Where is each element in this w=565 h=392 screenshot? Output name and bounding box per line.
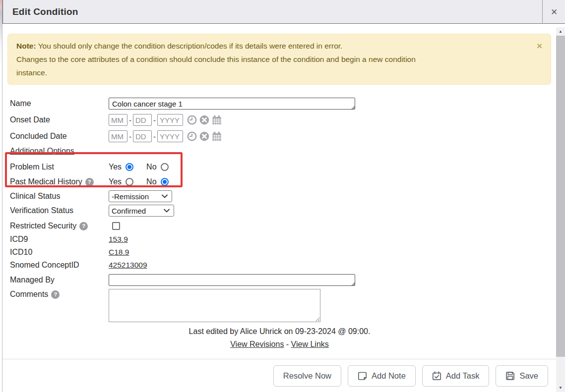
input-grip-icon xyxy=(351,282,355,285)
help-icon[interactable]: ? xyxy=(79,222,88,230)
links-separator: - xyxy=(284,340,291,348)
icd10-code-link[interactable]: C18.9 xyxy=(109,248,129,257)
verification-status-label: Verification Status xyxy=(10,206,109,215)
calendar-task-icon xyxy=(432,371,441,381)
date-separator: - xyxy=(153,132,156,141)
clinical-status-label: Clinical Status xyxy=(10,192,109,201)
pmh-yes-radio[interactable] xyxy=(126,178,133,186)
modal-window: Edit Condition ✕ Note: You should only c… xyxy=(2,0,565,392)
onset-year-input[interactable] xyxy=(157,114,183,126)
add-note-label: Add Note xyxy=(372,371,406,381)
current-time-icon[interactable] xyxy=(187,131,197,141)
problem-list-yes-label: Yes xyxy=(109,163,122,171)
clear-date-icon[interactable] xyxy=(199,131,209,141)
note-line-2: Changes to the core attributes of a cond… xyxy=(16,53,521,66)
managed-by-row: Managed By xyxy=(10,274,557,286)
modal-header: Edit Condition ✕ xyxy=(2,0,565,24)
restricted-security-row: Restricted Security ? xyxy=(10,221,557,231)
scroll-up-arrow-icon[interactable]: ▲ xyxy=(556,27,565,36)
date-separator: - xyxy=(129,132,131,141)
current-time-icon[interactable] xyxy=(187,115,197,125)
onset-day-input[interactable] xyxy=(133,114,152,126)
icd10-row: ICD10 C18.9 xyxy=(10,247,557,257)
problem-list-no-label: No xyxy=(146,163,156,171)
name-row: Name xyxy=(10,98,557,110)
save-button[interactable]: Save xyxy=(496,365,548,387)
add-task-label: Add Task xyxy=(446,371,480,381)
banner-dismiss-icon[interactable]: × xyxy=(537,41,542,51)
pmh-no-label: No xyxy=(146,177,156,186)
action-buttons: Resolve Now Add Note Add Task xyxy=(2,365,557,387)
last-edited-text: Last edited by Alice Uhrick on 09-23-202… xyxy=(2,327,557,337)
condition-form: Name Onset Date - - xyxy=(10,98,557,322)
modal-body: Note: You should only change the conditi… xyxy=(2,24,557,392)
close-icon: ✕ xyxy=(551,7,558,17)
verification-status-value: Confirmed xyxy=(112,207,146,215)
problem-list-no-radio[interactable] xyxy=(161,163,169,171)
save-label: Save xyxy=(519,371,538,381)
pmh-no-radio[interactable] xyxy=(161,178,169,186)
icd9-code-link[interactable]: 153.9 xyxy=(109,235,128,244)
concluded-year-input[interactable] xyxy=(157,130,183,142)
help-icon[interactable]: ? xyxy=(51,290,60,299)
date-separator: - xyxy=(129,116,131,124)
resolve-now-button[interactable]: Resolve Now xyxy=(273,365,341,387)
calendar-picker-icon[interactable] xyxy=(212,115,222,125)
comments-textarea[interactable] xyxy=(109,289,320,322)
vertical-scrollbar[interactable]: ▲ ▼ xyxy=(556,27,565,392)
clear-date-icon[interactable] xyxy=(199,115,209,125)
icd9-row: ICD9 153.9 xyxy=(10,234,557,244)
view-links-link[interactable]: View Links xyxy=(291,340,329,348)
onset-date-row: Onset Date - - xyxy=(10,114,557,126)
input-grip-icon xyxy=(351,106,355,109)
note-banner: Note: You should only change the conditi… xyxy=(7,34,551,85)
pmh-yes-label: Yes xyxy=(109,177,122,186)
past-medical-history-row: Past Medical History ? Yes No xyxy=(10,175,557,188)
snomed-label: Snomed ConceptID xyxy=(10,261,109,270)
view-revisions-link[interactable]: View Revisions xyxy=(230,340,284,348)
icd9-label: ICD9 xyxy=(10,235,109,244)
additional-options-link[interactable]: Additional Options xyxy=(10,147,74,156)
restricted-security-label: Restricted Security xyxy=(10,222,76,230)
note-prefix: Note: xyxy=(16,42,36,50)
add-note-button[interactable]: Add Note xyxy=(348,365,416,387)
snomed-row: Snomed ConceptID 425213009 xyxy=(10,260,557,270)
close-button[interactable]: ✕ xyxy=(542,0,565,24)
comments-row: Comments ? xyxy=(10,289,557,322)
concluded-date-row: Concluded Date - - xyxy=(10,130,557,142)
verification-status-row: Verification Status Confirmed xyxy=(10,205,557,217)
onset-date-label: Onset Date xyxy=(10,115,109,124)
onset-month-input[interactable] xyxy=(109,114,127,126)
chevron-down-icon xyxy=(162,194,168,198)
icd10-label: ICD10 xyxy=(10,248,109,257)
name-input[interactable] xyxy=(109,98,355,110)
clinical-status-select[interactable]: -Remission xyxy=(109,190,172,202)
past-medical-history-label: Past Medical History xyxy=(10,177,82,186)
clinical-status-value: -Remission xyxy=(112,192,149,201)
snomed-code-link[interactable]: 425213009 xyxy=(109,261,147,270)
restricted-security-checkbox[interactable] xyxy=(112,222,120,230)
calendar-picker-icon[interactable] xyxy=(212,131,222,141)
date-separator: - xyxy=(153,116,156,124)
additional-options-row: Additional Options xyxy=(10,147,557,156)
scrollbar-thumb[interactable] xyxy=(556,36,565,357)
clinical-status-row: Clinical Status -Remission xyxy=(10,190,557,202)
note-icon xyxy=(358,371,367,381)
concluded-day-input[interactable] xyxy=(133,130,152,142)
save-icon xyxy=(505,371,515,381)
comments-label: Comments xyxy=(10,290,48,299)
chevron-down-icon xyxy=(164,209,170,213)
concluded-month-input[interactable] xyxy=(109,130,127,142)
problem-list-row: Problem List Yes No xyxy=(10,161,557,173)
note-line-1: Note: You should only change the conditi… xyxy=(16,39,521,53)
verification-status-select[interactable]: Confirmed xyxy=(109,205,174,217)
revision-links: View Revisions - View Links xyxy=(2,340,557,350)
problem-list-label: Problem List xyxy=(10,163,109,171)
managed-by-input[interactable] xyxy=(109,274,355,286)
help-icon[interactable]: ? xyxy=(85,178,94,186)
managed-by-label: Managed By xyxy=(10,276,109,284)
add-task-button[interactable]: Add Task xyxy=(422,365,490,387)
name-label: Name xyxy=(10,99,109,108)
scroll-down-arrow-icon[interactable]: ▼ xyxy=(556,384,565,392)
problem-list-yes-radio[interactable] xyxy=(126,163,133,171)
